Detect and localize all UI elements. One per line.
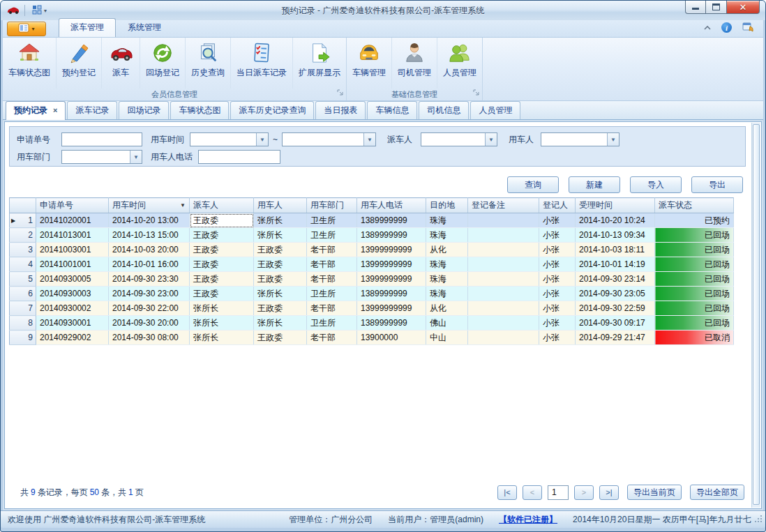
table-cell[interactable]: 王政委 bbox=[190, 228, 254, 243]
table-cell[interactable]: 张所长 bbox=[190, 330, 254, 345]
ribbon-button[interactable]: 派车 bbox=[102, 38, 140, 89]
page-number-input[interactable] bbox=[548, 485, 569, 500]
ribbon-tab[interactable]: 派车管理 bbox=[59, 18, 116, 37]
quick-access-toolbar-button[interactable]: ▾ bbox=[29, 3, 50, 18]
ribbon-button[interactable]: 当日派车记录 bbox=[231, 38, 293, 89]
document-tab[interactable]: 派车记录 bbox=[67, 101, 117, 119]
ribbon-button[interactable]: 车辆管理 bbox=[347, 38, 392, 89]
dialog-launcher-icon[interactable] bbox=[337, 89, 344, 98]
table-cell[interactable]: 2014-10-01 14:19 bbox=[576, 257, 655, 272]
table-cell[interactable] bbox=[468, 330, 539, 345]
row-header-cell[interactable]: 6 bbox=[10, 287, 36, 301]
table-cell[interactable] bbox=[468, 272, 539, 287]
column-header[interactable]: 派车人 bbox=[190, 198, 254, 213]
ribbon-button[interactable]: 历史查询 bbox=[186, 38, 231, 89]
table-cell[interactable]: 2014-10-13 09:34 bbox=[576, 228, 655, 243]
document-tab[interactable]: 回场记录 bbox=[119, 101, 169, 119]
maximize-button[interactable] bbox=[706, 1, 727, 14]
table-cell[interactable]: 20141001001 bbox=[36, 257, 109, 272]
document-tab[interactable]: 司机信息 bbox=[419, 101, 469, 119]
table-cell[interactable]: 王政委 bbox=[254, 257, 307, 272]
table-cell[interactable]: 1389999999 bbox=[357, 316, 426, 330]
table-cell[interactable]: 13999999999 bbox=[357, 272, 426, 287]
row-header-cell[interactable]: 3 bbox=[10, 243, 36, 257]
create-button[interactable]: 新建 bbox=[569, 176, 620, 193]
table-cell[interactable]: 张所长 bbox=[254, 287, 307, 301]
skin-icon[interactable] bbox=[742, 21, 755, 34]
table-cell[interactable]: 佛山 bbox=[426, 316, 468, 330]
row-header-corner[interactable] bbox=[10, 198, 36, 213]
table-cell[interactable]: 2014-09-30 22:59 bbox=[576, 301, 655, 316]
document-tab[interactable]: 派车历史记录查询 bbox=[230, 101, 314, 119]
table-cell[interactable]: 1389999999 bbox=[357, 287, 426, 301]
table-cell[interactable]: 20140929002 bbox=[36, 330, 109, 345]
row-header-cell[interactable]: 9 bbox=[10, 330, 36, 345]
table-cell[interactable]: 小张 bbox=[539, 272, 576, 287]
use-time-from-combo[interactable]: ▼ bbox=[190, 132, 269, 146]
table-cell[interactable] bbox=[468, 228, 539, 243]
prev-page-button[interactable]: < bbox=[523, 485, 542, 500]
table-cell[interactable] bbox=[468, 243, 539, 257]
table-cell[interactable]: 已回场 bbox=[655, 272, 734, 287]
dispatcher-combo[interactable]: ▼ bbox=[421, 132, 497, 146]
table-cell[interactable]: 张所长 bbox=[254, 316, 307, 330]
document-tab[interactable]: 当日报表 bbox=[315, 101, 366, 119]
use-time-to-combo[interactable]: ▼ bbox=[282, 132, 376, 146]
dept-combo[interactable]: ▼ bbox=[61, 150, 142, 164]
phone-input[interactable] bbox=[198, 150, 280, 164]
table-cell[interactable]: 已回场 bbox=[655, 257, 734, 272]
table-cell[interactable]: 20140930001 bbox=[36, 316, 109, 330]
dialog-launcher-icon[interactable] bbox=[473, 89, 480, 98]
column-header[interactable]: 用车时间▼ bbox=[109, 198, 190, 213]
table-cell[interactable]: 卫生所 bbox=[307, 316, 357, 330]
scrollbar-thumb[interactable] bbox=[753, 124, 760, 505]
column-header[interactable]: 登记备注 bbox=[468, 198, 539, 213]
document-tab[interactable]: 车辆状态图 bbox=[170, 101, 229, 119]
table-cell[interactable]: 王政委 bbox=[190, 287, 254, 301]
table-cell[interactable]: 小张 bbox=[539, 257, 576, 272]
document-tab[interactable]: 人员管理 bbox=[470, 101, 520, 119]
table-cell[interactable]: 从化 bbox=[426, 301, 468, 316]
table-cell[interactable]: 王政委 bbox=[254, 243, 307, 257]
table-row[interactable]: 5201409300052014-09-30 23:30王政委王政委老干部139… bbox=[10, 272, 734, 287]
table-cell[interactable]: 珠海 bbox=[426, 257, 468, 272]
row-header-cell[interactable]: 2 bbox=[10, 228, 36, 243]
table-cell[interactable]: 20140930003 bbox=[36, 287, 109, 301]
column-header[interactable]: 派车状态 bbox=[655, 198, 734, 213]
collapse-ribbon-icon[interactable] bbox=[703, 23, 712, 33]
passenger-combo[interactable]: ▼ bbox=[541, 132, 619, 146]
table-cell[interactable]: 小张 bbox=[539, 243, 576, 257]
row-header-cell[interactable]: ▶1 bbox=[10, 213, 36, 228]
table-cell[interactable]: 张所长 bbox=[190, 301, 254, 316]
table-cell[interactable]: 已回场 bbox=[655, 228, 734, 243]
column-header[interactable]: 受理时间 bbox=[576, 198, 655, 213]
table-cell[interactable]: 王政委 bbox=[190, 213, 254, 228]
export-current-page-button[interactable]: 导出当前页 bbox=[627, 485, 682, 500]
table-cell[interactable]: 2014-09-30 23:14 bbox=[576, 272, 655, 287]
table-cell[interactable]: 20141020001 bbox=[36, 213, 109, 228]
table-cell[interactable] bbox=[468, 257, 539, 272]
table-cell[interactable]: 老干部 bbox=[307, 330, 357, 345]
table-cell[interactable]: 张所长 bbox=[254, 213, 307, 228]
table-cell[interactable]: 2014-09-30 08:00 bbox=[109, 330, 190, 345]
table-cell[interactable]: 小张 bbox=[539, 301, 576, 316]
table-cell[interactable]: 卫生所 bbox=[307, 228, 357, 243]
row-header-cell[interactable]: 8 bbox=[10, 316, 36, 330]
export-all-pages-button[interactable]: 导出全部页 bbox=[690, 485, 744, 500]
table-cell[interactable]: 珠海 bbox=[426, 287, 468, 301]
table-cell[interactable]: 老干部 bbox=[307, 257, 357, 272]
column-header[interactable]: 用车人电话 bbox=[357, 198, 426, 213]
table-row[interactable]: ▶1201410200012014-10-20 13:00王政委张所长卫生所13… bbox=[10, 213, 734, 228]
table-cell[interactable]: 2014-10-20 13:00 bbox=[109, 213, 190, 228]
import-button[interactable]: 导入 bbox=[630, 176, 682, 193]
table-cell[interactable]: 1389999999 bbox=[357, 228, 426, 243]
table-cell[interactable]: 2014-10-03 20:00 bbox=[109, 243, 190, 257]
first-page-button[interactable]: |< bbox=[497, 485, 517, 500]
license-link[interactable]: 【软件已注册】 bbox=[499, 514, 557, 526]
table-row[interactable]: 8201409300012014-09-30 20:00张所长张所长卫生所138… bbox=[10, 316, 734, 330]
table-cell[interactable]: 小张 bbox=[539, 287, 576, 301]
document-tab[interactable]: 预约记录× bbox=[6, 101, 66, 120]
table-cell[interactable]: 老干部 bbox=[307, 243, 357, 257]
document-tab[interactable]: 车辆信息 bbox=[367, 101, 417, 119]
table-cell[interactable]: 2014-10-01 16:00 bbox=[109, 257, 190, 272]
